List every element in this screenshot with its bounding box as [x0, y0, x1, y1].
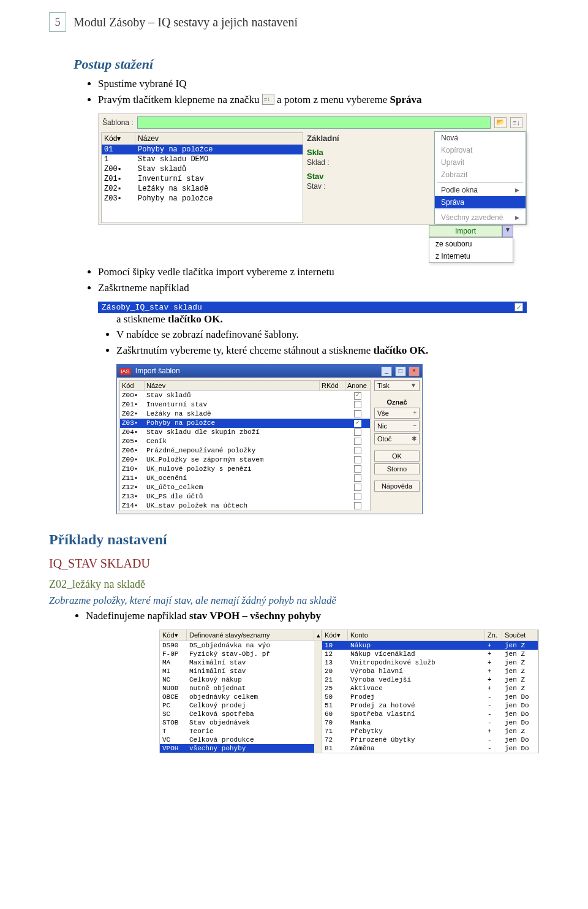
col-nazev[interactable]: Název [145, 381, 320, 390]
checkbox-icon[interactable] [354, 493, 361, 500]
stav-row[interactable]: SCCelková spotřeba [160, 710, 322, 718]
napoveda-button[interactable]: Nápověda [374, 481, 420, 492]
konto-row[interactable]: 81Záměna-jen Do [322, 744, 538, 753]
checkbox-icon[interactable] [354, 401, 361, 408]
checkbox-row-zasoby-iq[interactable]: Zásoby_IQ_stav skladu ✓ [98, 302, 527, 313]
konto-row[interactable]: 50Prodej-jen Do [322, 693, 538, 701]
import-row[interactable]: Z00▪Stav skladů [120, 391, 370, 400]
import-row[interactable]: Z14▪UK_stav položek na účtech [120, 501, 370, 511]
template-mgr-icon[interactable]: ≡↓ [510, 117, 522, 128]
scroll-up-icon[interactable]: ▴ [314, 630, 322, 641]
konto-row[interactable]: 51Prodej za hotové-jen Do [322, 701, 538, 710]
stav-row[interactable]: F-0PFyzický stav-Obj. př [160, 650, 322, 658]
template-row[interactable]: Z02▪Ležáky na skladě [102, 184, 303, 194]
konto-row[interactable]: 72Přirozené úbytky-jen Do [322, 736, 538, 744]
col-kod[interactable]: Kód▾ [102, 133, 135, 144]
import-grid[interactable]: Kód Název RKód Anone Z00▪Stav skladůZ01▪… [119, 380, 371, 511]
nic-button[interactable]: Nic− [374, 420, 420, 432]
stavy-list[interactable]: Kód▾ Definované stavy/seznamy ▴ DS90DS_o… [160, 630, 322, 753]
menu-sprava[interactable]: Správa [435, 196, 526, 208]
checkbox-icon[interactable] [354, 502, 361, 509]
col-rkod[interactable]: RKód [320, 381, 345, 390]
checkbox-icon[interactable] [354, 456, 361, 463]
template-row[interactable]: Z01▪Inventurní stav [102, 174, 303, 184]
import-row[interactable]: Z10▪UK_nulové položky s penězi [120, 465, 370, 474]
konto-row[interactable]: 21Výroba vedlejší+jen Z [322, 675, 538, 684]
checkbox-icon[interactable] [354, 474, 361, 482]
tisk-button[interactable]: Tisk▼ [374, 380, 420, 391]
stav-row[interactable]: MAMaximální stav [160, 658, 322, 667]
stav-row[interactable]: DS90DS_objednávka na výo [160, 641, 322, 650]
konto-row[interactable]: 12Nákup vícenáklad+jen Z [322, 650, 538, 658]
konto-row[interactable]: 20Výroba hlavní+jen Z [322, 667, 538, 675]
konto-row[interactable]: 71Přebytky+jen Z [322, 727, 538, 736]
import-row[interactable]: Z13▪UK_PS dle účtů [120, 492, 370, 501]
close-button[interactable]: × [409, 367, 420, 376]
checkbox-icon[interactable] [354, 484, 361, 491]
sablona-combo[interactable] [137, 116, 491, 129]
checkbox-icon[interactable] [354, 428, 361, 436]
checkbox-icon[interactable] [354, 420, 361, 427]
checkbox-icon[interactable] [354, 438, 361, 445]
page-header: 5 Modul Zásoby – IQ sestavy a jejich nas… [49, 12, 539, 32]
stav-row[interactable]: MIMinimální stav [160, 667, 322, 675]
import-row[interactable]: Z12▪UK_účto_celkem [120, 483, 370, 492]
checkbox-icon[interactable] [354, 465, 361, 473]
import-dropdown-arrow[interactable]: ▼ [502, 225, 513, 237]
checkbox-icon[interactable]: ✓ [514, 303, 523, 311]
open-icon[interactable]: 📂 [494, 117, 507, 128]
stav-row[interactable]: VPOHvšechny pohyby [160, 744, 322, 753]
checkbox-icon[interactable] [354, 392, 361, 400]
konto-row[interactable]: 10Nákup+jen Z [322, 641, 538, 650]
checkbox-icon[interactable] [354, 447, 361, 454]
konto-row[interactable]: 70Manka-jen Do [322, 718, 538, 727]
col-kod[interactable]: Kód [120, 381, 145, 390]
stav-row[interactable]: NCCelkový nákup [160, 675, 322, 684]
menu-nova[interactable]: Nová [435, 132, 526, 144]
stav-row[interactable]: TTeorie [160, 727, 322, 736]
import-row[interactable]: Z06▪Prázdné_nepoužívané položky [120, 446, 370, 455]
template-row[interactable]: Z03▪Pohyby na položce [102, 194, 303, 203]
col-zn[interactable]: Zn. [485, 630, 502, 641]
import-row[interactable]: Z09▪UK_Položky se záporným stavem [120, 455, 370, 465]
minus-icon: − [413, 422, 417, 429]
tab-zakladni[interactable]: Základní [307, 134, 431, 143]
stav-row[interactable]: STOBStav objednávek [160, 718, 322, 727]
minimize-button[interactable]: _ [381, 367, 392, 376]
template-list[interactable]: Kód▾ Název 01Pohyby na položce1Stav skla… [101, 132, 303, 223]
template-row[interactable]: 01Pohyby na položce [102, 145, 303, 154]
vse-button[interactable]: Vše+ [374, 408, 420, 419]
import-z-internetu[interactable]: z Internetu [429, 250, 513, 262]
storno-button[interactable]: Storno [374, 463, 420, 474]
import-row[interactable]: Z02▪Ležáky na skladě [120, 409, 370, 419]
col-nazev[interactable]: Název [135, 133, 303, 144]
col-definovane-stavy[interactable]: Definované stavy/seznamy [187, 630, 314, 641]
stav-row[interactable]: PCCelkový prodej [160, 701, 322, 710]
col-kod[interactable]: Kód▾ [322, 630, 348, 641]
import-button[interactable]: Import [429, 225, 502, 237]
checkbox-icon[interactable] [354, 410, 361, 417]
import-row[interactable]: Z01▪Inventurní stav [120, 400, 370, 409]
konto-row[interactable]: 13Vnitropodnikové služb+jen Z [322, 658, 538, 667]
col-anone[interactable]: Anone [345, 381, 370, 390]
stav-row[interactable]: VCCelková produkce [160, 736, 322, 744]
import-row[interactable]: Z04▪Stav skladu dle skupin zboží [120, 428, 370, 437]
konto-row[interactable]: 60Spotřeba vlastní-jen Do [322, 710, 538, 718]
menu-podle-okna[interactable]: Podle okna▶ [435, 184, 526, 196]
import-row[interactable]: Z05▪Ceník [120, 437, 370, 446]
template-row[interactable]: Z00▪Stav skladů [102, 164, 303, 174]
maximize-button[interactable]: □ [395, 367, 406, 376]
col-kod[interactable]: Kód▾ [160, 630, 187, 641]
import-ze-souboru[interactable]: ze souboru [429, 238, 513, 250]
konto-row[interactable]: 25Aktivace+jen Z [322, 684, 538, 693]
otoc-button[interactable]: Otoč✱ [374, 433, 420, 444]
stav-row[interactable]: OBCEobjednávky celkem [160, 693, 322, 701]
stav-row[interactable]: NUOBnutně objednat [160, 684, 322, 693]
import-row[interactable]: Z03▪Pohyby na položce [120, 419, 370, 428]
col-soucet[interactable]: Součet [502, 630, 538, 641]
konto-list[interactable]: Kód▾ Konto Zn. Součet 10Nákup+jen Z12Nák… [322, 630, 538, 753]
import-row[interactable]: Z11▪UK_ocenění [120, 474, 370, 483]
col-konto[interactable]: Konto [348, 630, 485, 641]
template-row[interactable]: 1Stav skladu DEMO [102, 154, 303, 164]
ok-button[interactable]: OK [374, 451, 420, 462]
